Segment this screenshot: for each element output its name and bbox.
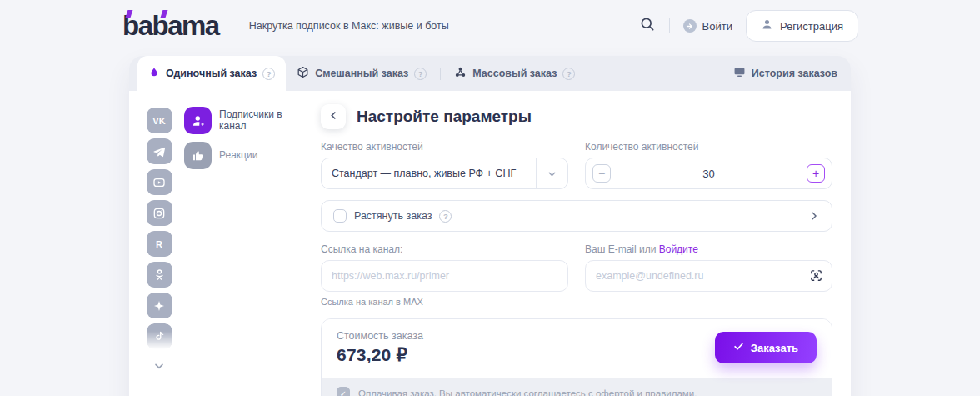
tab-divider [440, 68, 441, 80]
question-icon[interactable]: ? [414, 68, 427, 80]
increment-button[interactable]: + [807, 164, 825, 183]
service-label: Подписчики в канал [219, 109, 308, 133]
agreement-bar: ✓ Оплачивая заказ, Вы автоматически согл… [322, 378, 832, 396]
odnoklassniki-icon[interactable] [147, 262, 172, 288]
quantity-stepper: − 30 + [585, 158, 832, 189]
login-link[interactable]: Войдите [659, 243, 698, 255]
service-item-subscribers[interactable]: Подписчики в канал [184, 107, 308, 134]
decrement-button[interactable]: − [592, 164, 611, 183]
email-label: Ваш E-mail или Войдите [585, 243, 832, 255]
chevron-left-icon [328, 109, 339, 124]
quality-value: Стандарт — плавно, живые РФ + СНГ [332, 168, 516, 179]
order-button[interactable]: Заказать [715, 332, 817, 363]
logo-text: babama [122, 10, 219, 41]
instagram-icon[interactable] [147, 200, 172, 226]
tab-label: Смешанный заказ [315, 68, 408, 79]
order-card: Одиночный заказ ? Смешанный заказ ? Масс… [129, 56, 851, 396]
channel-link-helper: Ссылка на канал в MAX [321, 297, 568, 307]
autofill-contact-icon[interactable] [809, 268, 823, 283]
question-icon[interactable]: ? [439, 210, 452, 223]
header-divider [669, 18, 670, 33]
flame-icon [148, 67, 160, 81]
tab-single-order[interactable]: Одиночный заказ ? [138, 56, 286, 91]
thumb-up-icon [184, 142, 212, 169]
tab-order-history[interactable]: История заказов [722, 56, 838, 91]
telegram-icon[interactable] [147, 138, 172, 164]
question-icon[interactable]: ? [562, 68, 575, 80]
social-network-rail: VK R [141, 103, 178, 396]
register-label: Регистрация [780, 20, 843, 33]
chevron-down-icon [152, 359, 166, 376]
service-label: Реакции [219, 150, 258, 162]
service-item-reactions[interactable]: Реакции [184, 142, 308, 169]
chevron-down-icon [536, 158, 568, 188]
quality-select[interactable]: Стандарт — плавно, живые РФ + СНГ [321, 158, 568, 189]
channel-link-input[interactable] [321, 260, 568, 292]
login-label: Войти [702, 20, 732, 33]
channel-link-label: Ссылка на канал: [321, 243, 568, 255]
person-icon [761, 18, 773, 33]
stretch-order-row[interactable]: Растянуть заказ ? [321, 200, 832, 232]
quality-label: Качество активностей [321, 141, 568, 153]
check-icon [733, 341, 744, 354]
cluster-icon [454, 66, 467, 81]
page-title: Настройте параметры [357, 108, 532, 126]
vk-icon[interactable]: VK [147, 108, 172, 133]
tab-mass-order[interactable]: Массовый заказ ? [443, 56, 586, 91]
stretch-checkbox[interactable] [333, 209, 347, 223]
quantity-value[interactable]: 30 [611, 168, 807, 180]
monitor-icon [733, 66, 746, 81]
tab-label: История заказов [752, 68, 838, 79]
header: babama Накрутка подписок в Макс: живые и… [0, 0, 980, 52]
user-plus-icon [184, 107, 212, 134]
price-value: 673,20 ₽ [337, 345, 423, 365]
cube-icon [297, 66, 309, 81]
rutube-icon[interactable]: R [147, 231, 172, 257]
search-icon [639, 16, 656, 36]
chevron-right-icon [808, 210, 820, 222]
site-tagline: Накрутка подписок в Макс: живые и боты [249, 20, 449, 32]
sparkle-icon[interactable] [147, 293, 172, 318]
register-button[interactable]: Регистрация [746, 10, 858, 42]
tab-mixed-order[interactable]: Смешанный заказ ? [286, 56, 438, 91]
price-panel: Стоимость заказа 673,20 ₽ Заказать ✓ Опл… [321, 318, 832, 396]
rail-expand-button[interactable] [152, 359, 166, 376]
rules-link[interactable]: правилами [645, 388, 694, 396]
email-input[interactable] [585, 260, 832, 292]
back-button[interactable] [321, 104, 346, 129]
order-form: Настройте параметры Качество активностей… [321, 103, 832, 396]
question-icon[interactable]: ? [262, 68, 275, 80]
order-button-label: Заказать [751, 342, 798, 354]
login-button[interactable]: Войти [683, 19, 732, 33]
tiktok-icon[interactable] [147, 323, 172, 349]
tab-bar: Одиночный заказ ? Смешанный заказ ? Масс… [129, 56, 851, 91]
service-list: Подписчики в канал Реакции [184, 103, 308, 396]
agreement-checkbox[interactable]: ✓ [337, 387, 350, 396]
search-button[interactable] [639, 16, 656, 36]
logo[interactable]: babama [122, 10, 219, 42]
login-arrow-icon [683, 19, 697, 33]
price-label: Стоимость заказа [337, 330, 423, 342]
quantity-label: Количество активностей [585, 141, 832, 153]
offer-link[interactable]: офертой [596, 388, 634, 396]
youtube-icon[interactable] [147, 169, 172, 195]
tab-label: Одиночный заказ [166, 68, 257, 79]
stretch-label: Растянуть заказ [354, 210, 432, 222]
tab-label: Массовый заказ [472, 68, 557, 79]
agreement-text: Оплачивая заказ, Вы автоматически соглаш… [358, 388, 697, 396]
